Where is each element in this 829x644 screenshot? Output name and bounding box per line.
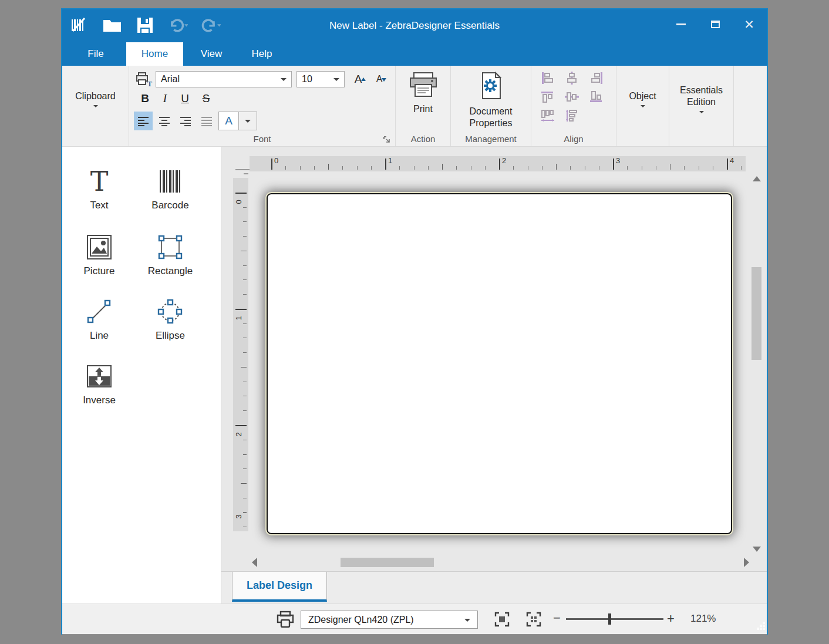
maximize-button[interactable] bbox=[703, 14, 727, 34]
tool-picture[interactable]: Picture bbox=[62, 234, 136, 277]
zoom-slider-track[interactable] bbox=[566, 618, 663, 620]
ellipse-tool-icon bbox=[157, 298, 184, 325]
tool-inverse[interactable]: Inverse bbox=[62, 363, 136, 406]
tool-text[interactable]: T Text bbox=[62, 168, 136, 211]
font-color-button[interactable]: A bbox=[218, 112, 257, 130]
print-icon bbox=[408, 72, 439, 100]
chevron-down-icon bbox=[464, 619, 470, 622]
tool-ellipse[interactable]: Ellipse bbox=[133, 298, 207, 342]
shrink-font-button[interactable]: A bbox=[370, 70, 389, 88]
align-text-right-button[interactable] bbox=[176, 112, 195, 130]
chevron-down-icon bbox=[245, 120, 251, 123]
vertical-ruler: 0 1 2 3 bbox=[233, 178, 248, 531]
maximize-icon bbox=[711, 21, 720, 28]
clipboard-label: Clipboard bbox=[75, 90, 115, 102]
clipboard-button[interactable]: Clipboard bbox=[62, 66, 129, 132]
tab-help[interactable]: Help bbox=[240, 42, 284, 66]
font-size-value: 10 bbox=[302, 74, 312, 85]
distribute-vertical-icon[interactable] bbox=[565, 109, 579, 122]
barcode-tool-icon bbox=[160, 168, 181, 195]
chevron-down-icon bbox=[281, 78, 287, 81]
action-group-label: Action bbox=[396, 134, 450, 144]
align-top-icon[interactable] bbox=[541, 90, 555, 103]
strikethrough-button[interactable]: S bbox=[197, 90, 215, 107]
tool-barcode[interactable]: Barcode bbox=[133, 168, 207, 211]
tab-file[interactable]: File bbox=[69, 42, 122, 66]
align-text-left-button[interactable] bbox=[134, 112, 153, 130]
tool-line[interactable]: Line bbox=[62, 298, 136, 342]
resize-grip[interactable] bbox=[756, 621, 766, 633]
grow-font-button[interactable]: A bbox=[349, 70, 368, 88]
print-label: Print bbox=[413, 103, 433, 115]
align-text-center-button[interactable] bbox=[155, 112, 174, 130]
distribute-horizontal-icon[interactable] bbox=[541, 109, 555, 122]
ribbon-group-align: Align bbox=[531, 66, 616, 146]
tab-view[interactable]: View bbox=[187, 42, 236, 66]
font-color-dropdown[interactable] bbox=[239, 112, 257, 130]
printer-font-icon[interactable]: T bbox=[135, 72, 153, 87]
zoom-out-icon[interactable]: − bbox=[553, 612, 562, 624]
scroll-left-icon[interactable] bbox=[252, 558, 257, 567]
underline-button[interactable]: U bbox=[176, 90, 194, 107]
grow-font-icon bbox=[361, 77, 366, 81]
tool-rectangle[interactable]: Rectangle bbox=[133, 234, 207, 277]
align-right-icon[interactable] bbox=[589, 72, 604, 85]
ribbon: Clipboard T Arial 10 bbox=[62, 66, 767, 147]
chevron-down-icon bbox=[333, 78, 339, 81]
horizontal-scroll-thumb[interactable] bbox=[341, 558, 434, 567]
italic-button[interactable]: I bbox=[156, 90, 174, 107]
align-left-icon[interactable] bbox=[541, 72, 555, 85]
close-button[interactable]: ✕ bbox=[737, 14, 761, 34]
picture-tool-icon bbox=[86, 234, 112, 261]
management-group-label: Management bbox=[451, 134, 531, 144]
chevron-down-icon bbox=[641, 105, 645, 107]
tab-label-design[interactable]: Label Design bbox=[232, 572, 327, 602]
vertical-scrollbar[interactable] bbox=[750, 174, 764, 554]
font-size-select[interactable]: 10 bbox=[296, 71, 345, 87]
shrink-font-icon bbox=[382, 78, 386, 82]
ribbon-group-edition: Essentials Edition bbox=[669, 66, 734, 146]
print-button[interactable]: Print bbox=[396, 72, 450, 132]
object-button[interactable]: Object bbox=[616, 66, 669, 132]
scroll-down-icon[interactable] bbox=[753, 547, 761, 552]
zoom-in-icon[interactable]: + bbox=[667, 612, 676, 624]
rectangle-tool-icon bbox=[157, 234, 184, 261]
font-family-select[interactable]: Arial bbox=[156, 71, 292, 87]
scroll-up-icon[interactable] bbox=[753, 176, 761, 181]
align-bottom-icon[interactable] bbox=[589, 90, 604, 103]
font-family-value: Arial bbox=[161, 74, 180, 85]
vertical-scroll-thumb[interactable] bbox=[752, 267, 761, 360]
menu-bar: File Home View Help bbox=[62, 42, 767, 66]
font-group-label: Font bbox=[129, 134, 395, 144]
ribbon-group-font: T Arial 10 A A B I U S bbox=[129, 66, 396, 146]
zoom-to-objects-icon[interactable] bbox=[526, 612, 541, 629]
zoom-slider-thumb[interactable] bbox=[608, 613, 611, 625]
scroll-right-icon[interactable] bbox=[744, 558, 749, 567]
minimize-button[interactable] bbox=[669, 14, 693, 34]
align-middle-icon[interactable] bbox=[565, 90, 579, 103]
justify-text-button[interactable] bbox=[197, 112, 216, 130]
document-properties-icon bbox=[479, 72, 503, 102]
svg-text:T: T bbox=[147, 80, 152, 87]
status-bar: ZDesigner QLn420 (ZPL) − bbox=[62, 603, 767, 634]
line-tool-icon bbox=[86, 298, 113, 325]
zoom-to-label-icon[interactable] bbox=[494, 612, 510, 629]
horizontal-scrollbar[interactable] bbox=[221, 554, 767, 571]
bold-button[interactable]: B bbox=[136, 90, 154, 107]
essentials-edition-button[interactable]: Essentials Edition bbox=[669, 66, 733, 132]
font-color-letter: A bbox=[218, 112, 239, 130]
object-label: Object bbox=[629, 90, 656, 102]
ribbon-group-clipboard: Clipboard bbox=[62, 66, 129, 146]
document-properties-button[interactable]: Document Properties bbox=[451, 72, 531, 132]
essentials-edition-label: Essentials Edition bbox=[676, 85, 727, 108]
window-controls: ✕ bbox=[669, 14, 761, 34]
tab-home[interactable]: Home bbox=[126, 42, 183, 66]
align-buttons bbox=[541, 72, 606, 122]
horizontal-ruler: 0 1 2 3 4 bbox=[250, 156, 746, 171]
toolbox-panel: T Text Barcode Picture bbox=[62, 147, 221, 603]
ribbon-spacer bbox=[734, 66, 767, 146]
label-design-surface[interactable] bbox=[267, 193, 732, 534]
printer-select[interactable]: ZDesigner QLn420 (ZPL) bbox=[301, 611, 478, 629]
align-center-vertical-icon[interactable] bbox=[565, 72, 579, 85]
zoom-level-value: 121% bbox=[690, 613, 716, 625]
